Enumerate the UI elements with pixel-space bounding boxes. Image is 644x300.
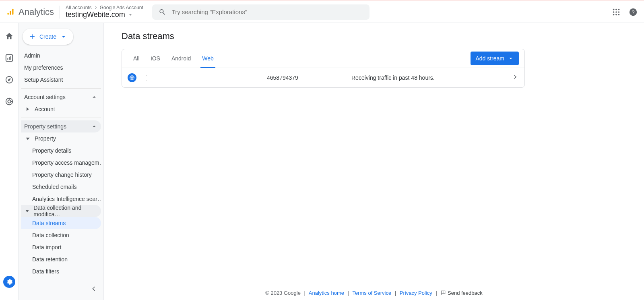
caret-down-icon — [128, 12, 133, 18]
help-button[interactable]: ? — [629, 8, 638, 18]
create-label: Create — [39, 33, 56, 40]
footer-tos[interactable]: Terms of Service — [352, 290, 391, 296]
nav-my-preferences[interactable]: My preferences — [21, 62, 101, 74]
explore-icon — [5, 75, 14, 84]
stream-id: 4658794379 — [267, 74, 351, 81]
expander-label: Account — [35, 106, 55, 112]
target-icon — [5, 97, 14, 106]
stream-row[interactable]: ·· 4658794379 Receiving traffic in past … — [122, 68, 524, 87]
nav-data-collection[interactable]: Data collection — [21, 229, 101, 241]
collapse-sidebar-button[interactable] — [90, 285, 98, 294]
footer-analytics-home[interactable]: Analytics home — [309, 290, 344, 296]
svg-text:?: ? — [632, 9, 634, 15]
nav-data-streams[interactable]: Data streams — [21, 217, 101, 229]
nav-data-retention[interactable]: Data retention — [21, 253, 101, 265]
footer: © 2023 Google | Analytics home | Terms o… — [104, 290, 644, 296]
svg-point-5 — [618, 8, 620, 10]
main-content: Data streams All iOS Android Web Add str… — [104, 23, 644, 300]
svg-rect-1 — [10, 10, 11, 14]
svg-point-7 — [615, 11, 617, 13]
row-chevron — [512, 73, 519, 82]
analytics-icon — [6, 8, 14, 16]
caret-down-icon — [60, 33, 68, 41]
account-picker[interactable]: All accounts Google Ads Account testingW… — [66, 5, 143, 19]
nav-admin[interactable]: Admin — [21, 50, 101, 62]
top-bar: Analytics All accounts Google Ads Accoun… — [0, 0, 644, 23]
expander-data-collection[interactable]: Data collection and modifica… — [21, 205, 101, 217]
streams-card: All iOS Android Web Add stream ·· 465879… — [122, 49, 525, 88]
bar-chart-icon — [5, 54, 14, 62]
footer-feedback[interactable]: Send feedback — [440, 290, 482, 296]
product-name: Analytics — [19, 7, 54, 17]
svg-point-8 — [618, 11, 620, 13]
svg-rect-17 — [10, 56, 11, 60]
stream-status: Receiving traffic in past 48 hours. — [351, 74, 512, 81]
gear-icon — [6, 278, 13, 286]
footer-privacy[interactable]: Privacy Policy — [400, 290, 432, 296]
tab-web[interactable]: Web — [196, 49, 219, 68]
footer-copyright: © 2023 Google — [265, 290, 301, 296]
page-title: Data streams — [122, 31, 626, 41]
svg-rect-15 — [7, 58, 8, 60]
nav-reports[interactable] — [5, 54, 14, 64]
caret-down-icon — [508, 55, 514, 62]
nav-data-import[interactable]: Data import — [21, 241, 101, 253]
add-stream-button[interactable]: Add stream — [471, 52, 519, 65]
search-icon — [159, 8, 166, 16]
section-label: Property settings — [24, 123, 66, 130]
svg-rect-0 — [8, 12, 9, 14]
svg-point-3 — [613, 8, 615, 10]
svg-point-11 — [618, 14, 620, 15]
stream-name: ·· — [146, 73, 267, 83]
divider — [21, 280, 101, 280]
nav-setup-assistant[interactable]: Setup Assistant — [21, 74, 101, 86]
search-bar[interactable] — [152, 4, 369, 20]
footer-feedback-label: Send feedback — [448, 290, 483, 296]
expander-property[interactable]: Property — [21, 132, 101, 145]
expander-label: Property — [35, 135, 56, 142]
nav-explore[interactable] — [5, 75, 14, 86]
nav-data-filters[interactable]: Data filters — [21, 265, 101, 277]
property-name: testingWebite.com — [66, 10, 125, 19]
apps-icon — [612, 8, 621, 17]
web-stream-badge — [128, 73, 136, 82]
divider — [21, 118, 101, 118]
help-icon: ? — [629, 8, 638, 17]
apps-button[interactable] — [612, 8, 621, 18]
breadcrumb: All accounts Google Ads Account — [66, 5, 143, 10]
expander-account[interactable]: Account — [21, 103, 101, 115]
tab-ios[interactable]: iOS — [145, 49, 166, 68]
create-button[interactable]: Create — [23, 29, 73, 45]
svg-rect-16 — [9, 57, 10, 60]
nav-home[interactable] — [5, 32, 14, 42]
chevron-right-icon — [93, 5, 98, 10]
admin-fab[interactable] — [3, 276, 15, 288]
search-input[interactable] — [172, 8, 363, 15]
vertical-divider — [60, 6, 60, 19]
section-account-settings[interactable]: Account settings — [21, 91, 101, 103]
tab-bar: All iOS Android Web Add stream — [122, 49, 524, 68]
section-property-settings[interactable]: Property settings — [21, 120, 101, 132]
chevron-right-icon — [512, 73, 519, 81]
tab-all[interactable]: All — [128, 49, 145, 68]
nav-scheduled-emails[interactable]: Scheduled emails — [21, 181, 101, 193]
breadcrumb-account: Google Ads Account — [100, 5, 143, 10]
admin-sidebar: Create Admin My preferences Setup Assist… — [19, 23, 104, 300]
globe-icon — [129, 75, 135, 81]
chevron-left-icon — [90, 285, 98, 293]
nav-intelligence-search[interactable]: Analytics Intelligence sear… — [21, 193, 101, 205]
home-icon — [5, 32, 14, 41]
section-label: Account settings — [24, 94, 66, 100]
expander-label: Data collection and modifica… — [33, 205, 98, 217]
chevron-up-icon — [91, 93, 98, 101]
nav-advertising[interactable] — [5, 97, 14, 108]
tab-android[interactable]: Android — [166, 49, 196, 68]
breadcrumb-all: All accounts — [66, 5, 92, 10]
nav-property-change-history[interactable]: Property change history — [21, 169, 101, 181]
product-logo[interactable]: Analytics — [6, 7, 54, 17]
svg-rect-2 — [12, 8, 13, 14]
svg-point-10 — [615, 14, 617, 15]
nav-property-details[interactable]: Property details — [21, 145, 101, 157]
nav-property-access[interactable]: Property access managem… — [21, 157, 101, 169]
svg-point-20 — [8, 100, 10, 103]
